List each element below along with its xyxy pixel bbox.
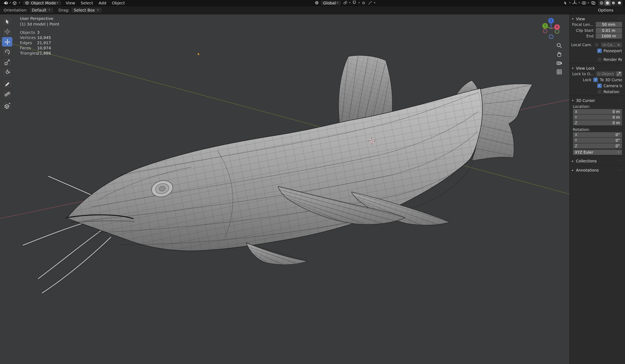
local-camera-row: Local Cam... Ca... × xyxy=(570,42,625,47)
divider xyxy=(570,156,625,156)
render-region-checkbox[interactable] xyxy=(597,57,601,62)
shading-solid-icon[interactable] xyxy=(604,0,610,5)
menu-select[interactable]: Select xyxy=(78,0,96,5)
panel-grip-icon: ···· xyxy=(617,99,623,102)
panel-title-view: View xyxy=(576,17,585,21)
tool-rotate[interactable] xyxy=(2,47,12,57)
chevron-down-icon[interactable]: ▾ xyxy=(19,1,20,4)
viewport-scene xyxy=(0,0,625,364)
tool-annotate[interactable] xyxy=(2,79,12,89)
proportional-editing-icon[interactable] xyxy=(361,0,367,5)
tool-scale[interactable] xyxy=(2,57,12,67)
close-icon[interactable]: × xyxy=(617,43,620,47)
chevron-down-icon[interactable]: ▾ xyxy=(374,1,375,4)
cursor-location-z[interactable]: Z0 m xyxy=(573,120,622,125)
blender-logo-icon[interactable] xyxy=(2,0,9,5)
proportional-falloff-icon[interactable] xyxy=(367,0,373,5)
panel-grip-icon: ···· xyxy=(617,66,623,70)
navigation-gizmo[interactable]: Z Y X xyxy=(538,18,564,41)
orthographic-grid-icon[interactable] xyxy=(556,68,563,75)
focal-length-field[interactable]: 50 mm xyxy=(595,22,622,27)
gizmo-minus-y[interactable] xyxy=(555,29,559,33)
passepartout-checkbox[interactable]: ✓ xyxy=(597,49,601,53)
xray-toggle-icon[interactable] xyxy=(590,0,596,5)
orientation-dropdown[interactable]: Default ▾ xyxy=(29,7,54,13)
chevron-down-icon[interactable]: ▾ xyxy=(588,1,589,4)
drag-dropdown[interactable]: Select Box ▾ xyxy=(71,7,102,13)
editor-type-icon[interactable] xyxy=(12,0,18,5)
eyedropper-icon[interactable] xyxy=(616,71,622,76)
local-camera-field[interactable]: Ca... × xyxy=(601,42,622,47)
cursor-location-x[interactable]: X0 m xyxy=(573,109,622,114)
shading-wireframe-icon[interactable] xyxy=(598,0,604,5)
local-camera-checkbox[interactable] xyxy=(594,43,599,47)
lock-to-object-label: Lock to O... xyxy=(571,72,594,76)
lock-label: Lock xyxy=(571,78,592,82)
euler-order-dropdown[interactable]: XYZ Euler ▾ xyxy=(573,150,622,155)
cursor-rotation-x[interactable]: X0° xyxy=(573,132,622,137)
render-region-label: Render Regi... xyxy=(603,57,622,62)
tool-select-box[interactable] xyxy=(2,17,12,26)
orientation-global-dropdown[interactable]: Global ▾ xyxy=(321,0,341,5)
menu-object[interactable]: Object xyxy=(109,0,128,5)
shading-rendered-icon[interactable] xyxy=(616,0,622,5)
drag-value: Select Box xyxy=(74,8,95,12)
camera-view-icon[interactable] xyxy=(556,60,563,66)
panel-header-view-lock[interactable]: ▾ View Lock ···· xyxy=(570,65,625,71)
pan-hand-icon[interactable] xyxy=(556,51,563,58)
chevron-down-icon[interactable]: ▾ xyxy=(358,1,360,4)
tool-move[interactable] xyxy=(2,37,12,47)
pivot-point-icon[interactable] xyxy=(342,0,348,5)
catfish-model[interactable] xyxy=(23,55,532,293)
mode-dropdown[interactable]: Object Mode ▾ xyxy=(23,0,61,5)
show-overlays-icon[interactable] xyxy=(581,0,587,5)
chevron-down-icon[interactable]: ▾ xyxy=(579,1,580,4)
tool-measure[interactable] xyxy=(2,89,12,99)
to-3d-cursor-label: To 3D Cursor xyxy=(600,78,622,82)
camera-to-view-checkbox[interactable]: ✓ xyxy=(597,84,601,88)
panel-header-3d-cursor[interactable]: ▾ 3D Cursor ···· xyxy=(570,97,625,104)
chevron-down-icon[interactable]: ▾ xyxy=(349,1,350,4)
chevron-down-icon[interactable]: ▾ xyxy=(10,1,11,4)
object-icon xyxy=(597,72,600,75)
clip-start-field[interactable]: 0.01 m xyxy=(595,28,622,33)
viewport-gizmos-icon[interactable] xyxy=(571,0,578,5)
gizmo-plus-z[interactable]: Z xyxy=(548,18,554,24)
menu-add[interactable]: Add xyxy=(96,0,109,5)
tool-add-cube[interactable] xyxy=(2,101,12,111)
tool-cursor[interactable] xyxy=(2,27,12,36)
snap-magnet-icon[interactable] xyxy=(351,0,358,5)
gizmo-plus-y[interactable]: Y xyxy=(542,23,548,29)
panel-header-view[interactable]: ▾ View ···· xyxy=(570,16,625,22)
cursor-rotation-label: Rotation: xyxy=(570,127,625,132)
chevron-down-icon[interactable]: ▾ xyxy=(569,1,571,4)
passepartout-row: ✓ Passepartout xyxy=(595,48,625,53)
check-icon: ✓ xyxy=(598,84,600,87)
panel-grip-icon: ···· xyxy=(617,159,623,163)
chevron-right-icon: ▸ xyxy=(572,159,576,163)
gizmo-plus-x[interactable]: X xyxy=(554,24,560,30)
to-3d-cursor-checkbox[interactable]: ✓ xyxy=(594,78,598,82)
options-button[interactable]: Options ···· xyxy=(598,8,622,12)
cursor-location-fields: X0 m Y0 m Z0 m xyxy=(573,109,622,125)
lock-rotation-checkbox[interactable] xyxy=(597,89,601,94)
zoom-icon[interactable] xyxy=(556,42,563,49)
gizmo-minus-x[interactable] xyxy=(543,29,547,33)
shading-material-icon[interactable] xyxy=(610,0,616,5)
panel-header-collections[interactable]: ▸ Collections ···· xyxy=(570,158,625,164)
lock-to-object-field[interactable]: Object xyxy=(595,71,615,76)
panel-header-annotations[interactable]: ▸ Annotations ···· xyxy=(570,167,625,173)
menu-view[interactable]: View xyxy=(63,0,78,5)
panel-title-3d-cursor: 3D Cursor xyxy=(576,98,595,103)
cursor-rotation-y[interactable]: Y0° xyxy=(573,138,622,143)
chevron-down-icon: ▾ xyxy=(49,9,50,11)
tool-settings-bar: Orientation: Default ▾ Drag: Select Box … xyxy=(0,6,625,14)
panel-title-collections: Collections xyxy=(576,159,597,163)
clip-end-field[interactable]: 1000 m xyxy=(595,33,622,39)
gizmo-minus-z[interactable] xyxy=(549,35,553,39)
selectability-visibility-icon[interactable] xyxy=(562,0,568,5)
cursor-location-y[interactable]: Y0 m xyxy=(573,115,622,120)
orientation-global-label: Global xyxy=(323,0,336,5)
cursor-rotation-z[interactable]: Z0° xyxy=(573,143,622,148)
tool-transform[interactable] xyxy=(2,67,12,77)
